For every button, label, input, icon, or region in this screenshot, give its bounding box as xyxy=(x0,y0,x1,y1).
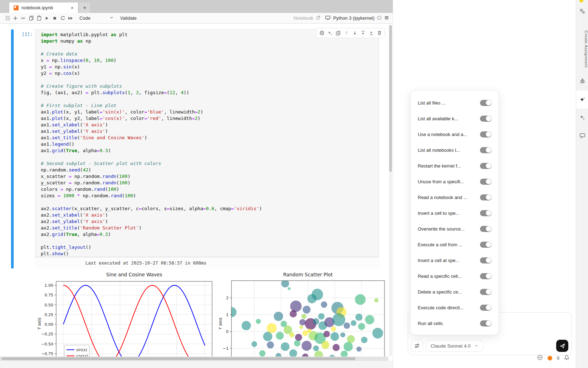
code-line: sizes = 1000 * np.random.rand(100) xyxy=(41,193,379,199)
code-line: np.random.seed(42) xyxy=(41,167,379,173)
code-line xyxy=(41,77,379,83)
line-plot-output: Sine and Cosine WavesY axis1.000.750.500… xyxy=(36,270,215,357)
notebook-mode-label[interactable]: Notebook xyxy=(294,15,314,21)
chat-bubble-icon[interactable] xyxy=(576,132,588,139)
toggle-knob xyxy=(486,305,491,310)
run-icon[interactable] xyxy=(43,14,51,23)
move-up-icon[interactable] xyxy=(343,29,350,37)
insert-below-icon[interactable] xyxy=(367,29,375,37)
insert-above-icon[interactable] xyxy=(359,29,367,37)
move-down-icon[interactable] xyxy=(351,29,358,37)
tool-toggle[interactable] xyxy=(480,226,491,232)
property-inspector-icon[interactable] xyxy=(576,8,588,14)
tool-toggle[interactable] xyxy=(480,116,491,122)
svg-text:0.50: 0.50 xyxy=(45,303,54,308)
toggle-knob xyxy=(486,116,491,121)
tool-toggle[interactable] xyxy=(480,131,491,137)
restart-kernel-icon[interactable] xyxy=(59,14,67,23)
tool-row: Insert a cell at spe... xyxy=(411,252,499,268)
notebook-file-icon xyxy=(14,5,19,10)
insert-cell-icon[interactable] xyxy=(11,14,19,23)
duplicate-cell-icon[interactable] xyxy=(334,29,342,37)
toggle-knob xyxy=(486,320,491,326)
paste-icon[interactable] xyxy=(35,14,43,23)
notification-count: 0 xyxy=(557,356,559,361)
code-line xyxy=(41,44,379,51)
copy-icon[interactable] xyxy=(27,14,35,23)
vertical-scrollbar-thumb[interactable] xyxy=(389,25,392,172)
tools-popup: List all files ...List all available k..… xyxy=(410,90,499,335)
ai-sparkles-icon[interactable] xyxy=(576,115,588,120)
restart-run-all-icon[interactable] xyxy=(67,14,74,23)
tool-toggle[interactable] xyxy=(480,273,491,279)
sparkles-icon[interactable] xyxy=(326,29,334,37)
tool-label: Delete a specific ce... xyxy=(418,289,462,295)
code-line: ax2.set_xlabel('X axis') xyxy=(41,212,379,218)
external-link-icon[interactable] xyxy=(316,15,320,21)
new-tab-button[interactable]: + xyxy=(79,3,90,13)
horizontal-scrollbar-thumb[interactable] xyxy=(1,357,356,360)
tool-toggle[interactable] xyxy=(480,194,491,200)
tool-toggle[interactable] xyxy=(480,257,491,263)
code-line: ax1.plot(x, y1, label='sin(x)', color='b… xyxy=(41,109,379,115)
tool-label: Restart the kernel f... xyxy=(418,163,461,169)
code-line: ax2.set_ylabel('Y axis') xyxy=(41,218,379,225)
code-line: # Create data xyxy=(41,51,379,57)
right-sidebar: Create Assignment xyxy=(576,0,588,368)
svg-text:sin(x): sin(x) xyxy=(76,348,87,352)
toggle-knob xyxy=(486,226,491,232)
model-selector[interactable]: Claude Sonnet 4.0 xyxy=(426,340,483,352)
tools-settings-button[interactable] xyxy=(411,340,423,352)
tab-notebook-ipynb[interactable]: notebook.ipynb × xyxy=(9,3,78,13)
validate-button[interactable]: Validate xyxy=(120,15,137,21)
kernel-name[interactable]: Python 3 (ipykernel) xyxy=(333,15,374,21)
stop-icon[interactable] xyxy=(51,14,59,23)
ai-assistant-tab-active[interactable] xyxy=(576,91,588,108)
tool-row: Overwrite the source... xyxy=(411,221,499,237)
tool-toggle[interactable] xyxy=(480,179,491,185)
menu-icon[interactable] xyxy=(384,15,389,21)
orange-status-dot[interactable] xyxy=(548,356,552,360)
notebook-scroll-area[interactable]: [1]: import matplotlib.pyplot as pltimpo… xyxy=(0,24,393,368)
tool-toggle[interactable] xyxy=(480,100,491,106)
svg-text:−0.50: −0.50 xyxy=(41,342,53,347)
code-line: plt.tight_layout() xyxy=(41,244,379,251)
code-content[interactable]: import matplotlib.pyplot as pltimport nu… xyxy=(35,30,379,257)
chat-input-controls: Claude Sonnet 4.0 xyxy=(411,340,568,352)
chip-icon[interactable] xyxy=(318,29,325,37)
globe-icon[interactable] xyxy=(537,354,543,362)
tool-label: List all notebooks t... xyxy=(418,147,460,153)
delete-cell-icon[interactable] xyxy=(376,29,383,37)
tool-toggle[interactable] xyxy=(480,210,491,216)
cell-type-dropdown[interactable]: Code xyxy=(79,15,114,21)
debugger-bug-icon[interactable] xyxy=(576,78,588,84)
tool-row: Delete a specific ce... xyxy=(411,284,499,300)
vertical-scrollbar[interactable] xyxy=(389,25,392,356)
cell-collapser-input[interactable] xyxy=(11,29,14,268)
horizontal-scrollbar[interactable] xyxy=(0,357,388,361)
tool-toggle[interactable] xyxy=(480,147,491,153)
tool-toggle[interactable] xyxy=(480,320,491,326)
tool-toggle[interactable] xyxy=(480,242,491,248)
save-icon[interactable] xyxy=(4,14,11,23)
cut-icon[interactable]: ✂ xyxy=(19,14,27,23)
kernel-icon xyxy=(325,15,330,21)
close-icon[interactable]: × xyxy=(70,5,74,11)
code-line: x = np.linspace(0, 10, 100) xyxy=(41,57,379,64)
tool-toggle[interactable] xyxy=(480,163,491,169)
bell-icon[interactable] xyxy=(564,355,569,362)
tool-toggle[interactable] xyxy=(480,305,491,311)
tool-toggle[interactable] xyxy=(480,289,491,295)
sparkle-icon xyxy=(579,97,585,103)
send-button[interactable] xyxy=(556,340,568,352)
code-cell-editor[interactable]: import matplotlib.pyplot as pltimport nu… xyxy=(35,29,379,257)
create-assignment-tab[interactable]: Create Assignment xyxy=(576,26,588,72)
code-line: # Second subplot - Scatter plot with col… xyxy=(41,160,379,167)
toggle-knob xyxy=(486,147,491,153)
toggle-knob xyxy=(486,273,491,279)
tool-label: Unuse from a specifi... xyxy=(418,179,464,184)
tool-label: Insert a cell to spe... xyxy=(418,210,459,216)
tool-row: Use a notebook and a... xyxy=(411,126,499,142)
svg-text:−0.75: −0.75 xyxy=(41,352,53,356)
toggle-knob xyxy=(486,179,491,184)
